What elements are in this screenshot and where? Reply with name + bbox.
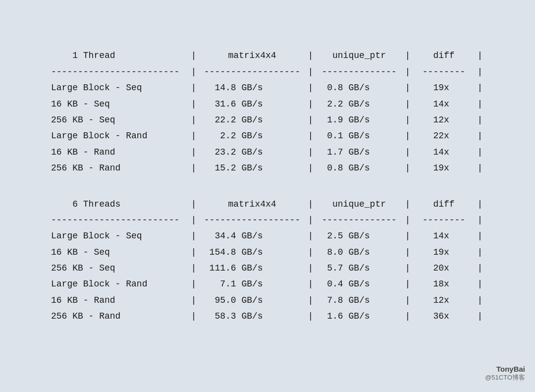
row-sep2: | bbox=[307, 244, 315, 260]
table-row: Large Block - Rand | 7.1 GB/s | 0.4 GB/s… bbox=[51, 276, 484, 292]
row-sep1: | bbox=[190, 308, 198, 324]
div-col4: -------- bbox=[412, 64, 476, 80]
row-sep3: | bbox=[404, 144, 412, 160]
row-sep3: | bbox=[404, 96, 412, 112]
div-col3: -------------- bbox=[315, 212, 404, 228]
row-sep2: | bbox=[307, 96, 315, 112]
row-sep1: | bbox=[190, 276, 198, 292]
row-unique: 8.0 GB/s bbox=[315, 244, 404, 260]
sep-1: | bbox=[190, 196, 198, 212]
row-matrix: 7.1 GB/s bbox=[198, 276, 307, 292]
table-divider: ------------------------ | -------------… bbox=[51, 212, 484, 228]
row-sep4: | bbox=[476, 308, 484, 324]
row-unique: 1.9 GB/s bbox=[315, 112, 404, 128]
div-col2: ------------------ bbox=[198, 212, 307, 228]
div-sep1: | bbox=[190, 64, 198, 80]
row-diff: 19x bbox=[412, 244, 476, 260]
row-diff: 19x bbox=[412, 160, 476, 176]
row-name: 16 KB - Rand bbox=[51, 292, 190, 308]
row-name: Large Block - Seq bbox=[51, 228, 190, 244]
table-row: 256 KB - Seq | 22.2 GB/s | 1.9 GB/s | 12… bbox=[51, 112, 484, 128]
row-unique: 0.8 GB/s bbox=[315, 160, 404, 176]
watermark-source: @51CTO博客 bbox=[485, 373, 525, 382]
row-sep1: | bbox=[190, 292, 198, 308]
row-sep3: | bbox=[404, 308, 412, 324]
div-sep2: | bbox=[307, 64, 315, 80]
row-matrix: 58.3 GB/s bbox=[198, 308, 307, 324]
row-sep3: | bbox=[404, 244, 412, 260]
row-unique: 1.6 GB/s bbox=[315, 308, 404, 324]
row-name: 256 KB - Rand bbox=[51, 308, 190, 324]
table-row: Large Block - Rand | 2.2 GB/s | 0.1 GB/s… bbox=[51, 128, 484, 144]
div-col3: -------------- bbox=[315, 64, 404, 80]
div-sep4: | bbox=[476, 212, 484, 228]
header-unique: unique_ptr bbox=[315, 48, 404, 63]
table-row: 16 KB - Rand | 23.2 GB/s | 1.7 GB/s | 14… bbox=[51, 144, 484, 160]
row-matrix: 111.6 GB/s bbox=[198, 260, 307, 276]
row-diff: 14x bbox=[412, 228, 476, 244]
row-sep2: | bbox=[307, 228, 315, 244]
row-sep4: | bbox=[476, 96, 484, 112]
row-matrix: 22.2 GB/s bbox=[198, 112, 307, 128]
row-sep1: | bbox=[190, 112, 198, 128]
table-header: 1 Thread | matrix4x4 | unique_ptr | diff… bbox=[51, 48, 484, 63]
row-matrix: 34.4 GB/s bbox=[198, 228, 307, 244]
row-name: 16 KB - Seq bbox=[51, 244, 190, 260]
row-unique: 1.7 GB/s bbox=[315, 144, 404, 160]
watermark: TonyBai @51CTO博客 bbox=[485, 365, 525, 382]
sep-3: | bbox=[404, 196, 412, 212]
row-sep2: | bbox=[307, 160, 315, 176]
row-sep2: | bbox=[307, 276, 315, 292]
row-matrix: 23.2 GB/s bbox=[198, 144, 307, 160]
row-sep3: | bbox=[404, 292, 412, 308]
row-sep4: | bbox=[476, 144, 484, 160]
row-sep3: | bbox=[404, 112, 412, 128]
row-unique: 0.1 GB/s bbox=[315, 128, 404, 144]
row-sep3: | bbox=[404, 80, 412, 96]
div-sep1: | bbox=[190, 212, 198, 228]
row-diff: 12x bbox=[412, 112, 476, 128]
row-sep3: | bbox=[404, 160, 412, 176]
row-sep1: | bbox=[190, 128, 198, 144]
row-diff: 18x bbox=[412, 276, 476, 292]
table-row: 256 KB - Rand | 15.2 GB/s | 0.8 GB/s | 1… bbox=[51, 160, 484, 176]
row-unique: 2.2 GB/s bbox=[315, 96, 404, 112]
row-sep3: | bbox=[404, 128, 412, 144]
header-unique: unique_ptr bbox=[315, 196, 404, 212]
row-sep2: | bbox=[307, 112, 315, 128]
row-sep4: | bbox=[476, 260, 484, 276]
row-sep2: | bbox=[307, 144, 315, 160]
row-matrix: 14.8 GB/s bbox=[198, 80, 307, 96]
row-sep4: | bbox=[476, 160, 484, 176]
row-matrix: 95.0 GB/s bbox=[198, 292, 307, 308]
row-sep4: | bbox=[476, 80, 484, 96]
row-name: Large Block - Rand bbox=[51, 276, 190, 292]
row-sep4: | bbox=[476, 292, 484, 308]
row-unique: 5.7 GB/s bbox=[315, 260, 404, 276]
row-sep1: | bbox=[190, 144, 198, 160]
row-matrix: 15.2 GB/s bbox=[198, 160, 307, 176]
row-diff: 19x bbox=[412, 80, 476, 96]
row-name: Large Block - Rand bbox=[51, 128, 190, 144]
table-header: 6 Threads | matrix4x4 | unique_ptr | dif… bbox=[51, 196, 484, 212]
sep-2: | bbox=[307, 48, 315, 63]
row-sep1: | bbox=[190, 228, 198, 244]
row-sep2: | bbox=[307, 260, 315, 276]
row-unique: 2.5 GB/s bbox=[315, 228, 404, 244]
row-diff: 14x bbox=[412, 96, 476, 112]
row-unique: 0.4 GB/s bbox=[315, 276, 404, 292]
sep-4: | bbox=[476, 196, 484, 212]
row-name: 256 KB - Rand bbox=[51, 160, 190, 176]
row-unique: 0.8 GB/s bbox=[315, 80, 404, 96]
sep-4: | bbox=[476, 48, 484, 63]
row-diff: 20x bbox=[412, 260, 476, 276]
table-1thread: 1 Thread | matrix4x4 | unique_ptr | diff… bbox=[51, 48, 484, 176]
div-sep4: | bbox=[476, 64, 484, 80]
row-matrix: 154.8 GB/s bbox=[198, 244, 307, 260]
row-sep2: | bbox=[307, 80, 315, 96]
row-sep3: | bbox=[404, 228, 412, 244]
table-row: 256 KB - Seq | 111.6 GB/s | 5.7 GB/s | 2… bbox=[51, 260, 484, 276]
div-sep3: | bbox=[404, 64, 412, 80]
row-unique: 7.8 GB/s bbox=[315, 292, 404, 308]
row-matrix: 2.2 GB/s bbox=[198, 128, 307, 144]
